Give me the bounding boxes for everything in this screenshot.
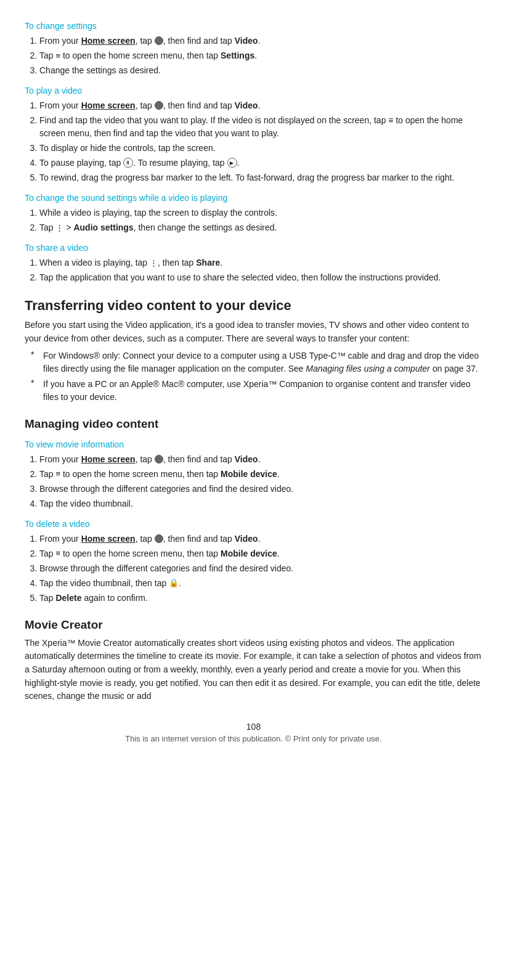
apps-icon	[155, 101, 163, 110]
sound-settings-heading: To change the sound settings while a vid…	[25, 193, 482, 203]
list-item: Change the settings as desired.	[39, 64, 482, 77]
transferring-heading: Transferring video content to your devic…	[25, 298, 482, 314]
video-label: Video	[235, 534, 258, 544]
apps-icon	[155, 534, 163, 543]
list-item: From your Home screen, tap , then find a…	[39, 453, 482, 466]
view-movie-heading: To view movie information	[25, 439, 482, 449]
list-item: Tap ⋮ > Audio settings, then change the …	[39, 221, 482, 234]
list-item: To rewind, drag the progress bar marker …	[39, 171, 482, 184]
view-movie-section: To view movie information From your Home…	[25, 439, 482, 510]
list-item: From your Home screen, tap , then find a…	[39, 533, 482, 545]
delete-video-list: From your Home screen, tap , then find a…	[39, 533, 482, 605]
menu-icon: ≡	[55, 50, 60, 62]
share-video-list: When a video is playing, tap ⋮, then tap…	[39, 256, 482, 284]
apps-icon	[155, 36, 163, 45]
list-item: To display or hide the controls, tap the…	[39, 142, 482, 155]
list-item: Browse through the different categories …	[39, 483, 482, 496]
share-video-heading: To share a video	[25, 243, 482, 253]
view-movie-list: From your Home screen, tap , then find a…	[39, 453, 482, 510]
more-icon: ⋮	[150, 257, 158, 269]
share-video-section: To share a video When a video is playing…	[25, 243, 482, 284]
bullet-item: * For Windows® only: Connect your device…	[31, 349, 482, 375]
italic-text: Managing files using a computer	[306, 364, 430, 374]
list-item: To pause playing, tap . To resume playin…	[39, 157, 482, 169]
mobile-device-label: Mobile device	[221, 469, 277, 479]
play-icon	[227, 158, 237, 168]
footer-note: This is an internet version of this publ…	[25, 734, 482, 743]
list-item: Tap the video thumbnail.	[39, 497, 482, 510]
play-video-section: To play a video From your Home screen, t…	[25, 86, 482, 184]
video-label: Video	[235, 100, 258, 110]
lock-icon: 🔒	[169, 577, 179, 589]
delete-video-section: To delete a video From your Home screen,…	[25, 519, 482, 605]
play-video-list: From your Home screen, tap , then find a…	[39, 99, 482, 184]
list-item: When a video is playing, tap ⋮, then tap…	[39, 256, 482, 269]
managing-section: Managing video content To view movie inf…	[25, 417, 482, 605]
video-label: Video	[235, 454, 258, 464]
bullet-star: *	[31, 378, 41, 388]
movie-creator-heading: Movie Creator	[25, 618, 482, 632]
transferring-section: Transferring video content to your devic…	[25, 298, 482, 403]
bullet-star: *	[31, 349, 41, 359]
list-item: Tap Delete again to confirm.	[39, 592, 482, 605]
delete-video-heading: To delete a video	[25, 519, 482, 529]
transferring-intro: Before you start using the Video applica…	[25, 319, 482, 345]
list-item: From your Home screen, tap , then find a…	[39, 99, 482, 112]
home-screen-label: Home screen	[81, 100, 136, 110]
play-video-heading: To play a video	[25, 86, 482, 96]
list-item: Tap ≡ to open the home screen menu, then…	[39, 49, 482, 62]
share-label: Share	[196, 258, 220, 267]
menu-icon: ≡	[55, 468, 60, 480]
home-screen-label: Home screen	[81, 36, 136, 46]
change-settings-heading: To change settings	[25, 21, 482, 31]
sound-settings-list: While a video is playing, tap the screen…	[39, 206, 482, 234]
page-number: 108	[25, 722, 482, 732]
bullet-text: For Windows® only: Connect your device t…	[43, 349, 482, 375]
movie-creator-text: The Xperia™ Movie Creator automatically …	[25, 637, 482, 703]
apps-icon	[155, 455, 163, 463]
change-settings-list: From your Home screen, tap , then find a…	[39, 35, 482, 77]
bullet-text: If you have a PC or an Apple® Mac® compu…	[43, 378, 482, 404]
list-item: Tap the application that you want to use…	[39, 271, 482, 284]
sound-settings-section: To change the sound settings while a vid…	[25, 193, 482, 234]
menu-icon: ≡	[55, 547, 60, 560]
list-item: While a video is playing, tap the screen…	[39, 206, 482, 219]
transferring-bullets: * For Windows® only: Connect your device…	[31, 349, 482, 404]
list-item: Find and tap the video that you want to …	[39, 114, 482, 140]
settings-label: Settings	[221, 51, 254, 60]
page-footer: 108 This is an internet version of this …	[25, 722, 482, 743]
list-item: Tap the video thumbnail, then tap 🔒.	[39, 577, 482, 590]
list-item: From your Home screen, tap , then find a…	[39, 35, 482, 47]
change-settings-section: To change settings From your Home screen…	[25, 21, 482, 77]
audio-settings-label: Audio settings	[73, 223, 133, 232]
managing-heading: Managing video content	[25, 417, 482, 431]
home-screen-label: Home screen	[81, 534, 136, 544]
video-label: Video	[235, 36, 258, 46]
home-screen-label: Home screen	[81, 454, 136, 464]
delete-label: Delete	[55, 593, 81, 603]
mobile-device-label: Mobile device	[221, 549, 277, 558]
bullet-item: * If you have a PC or an Apple® Mac® com…	[31, 378, 482, 404]
list-item: Browse through the different categories …	[39, 562, 482, 575]
pause-icon	[123, 158, 133, 168]
list-item: Tap ≡ to open the home screen menu, then…	[39, 468, 482, 481]
list-item: Tap ≡ to open the home screen menu, then…	[39, 547, 482, 560]
more-icon: ⋮	[55, 222, 63, 234]
movie-creator-section: Movie Creator The Xperia™ Movie Creator …	[25, 618, 482, 703]
